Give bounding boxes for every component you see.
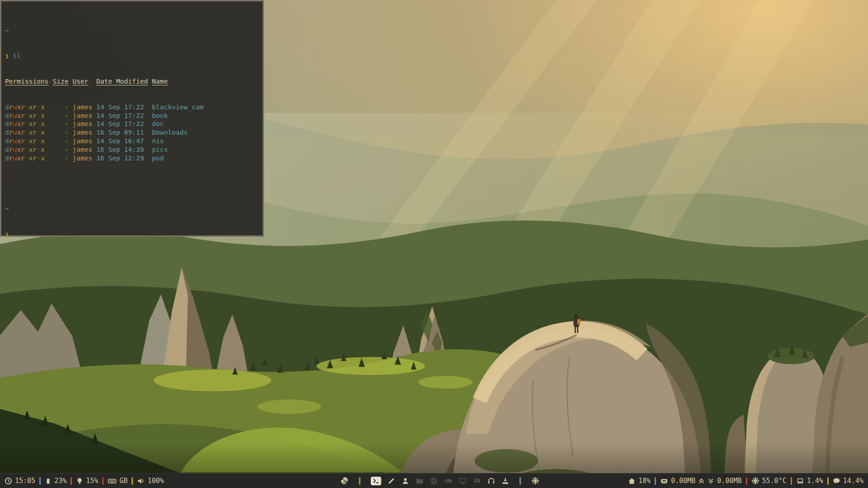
file-permissions: drwxr-xr-x — [5, 154, 49, 163]
chevrons-up-icon — [698, 477, 705, 485]
file-size: - — [52, 112, 68, 120]
separator — [39, 477, 41, 485]
file-size: - — [52, 154, 68, 163]
header-date-modified: Date Modified — [96, 77, 148, 86]
workspace-chat[interactable] — [473, 477, 481, 485]
workspace-download[interactable] — [501, 477, 509, 485]
prompt-command-line-2: ❯ — [5, 230, 258, 239]
bulb-module[interactable]: 15% — [76, 477, 98, 485]
file-permissions: drwxr-xr-x — [5, 112, 49, 120]
speech-bubble-module[interactable]: 14.4% — [833, 477, 863, 485]
prompt-command-line: ❯ll — [5, 52, 258, 61]
snowflake-icon — [751, 477, 760, 485]
file-row: drwxr-xr-x-james14 Sep 16:47nix — [5, 137, 258, 145]
file-date: 16 Sep 12:29 — [96, 154, 148, 163]
speech-bubble-value: 14.4% — [843, 477, 863, 485]
speaker-icon — [137, 477, 145, 485]
workspace-switcher — [340, 474, 539, 488]
network-module[interactable]: 0.00MB0.00MB — [660, 477, 741, 485]
home-icon — [628, 477, 636, 485]
file-row: drwxr-xr-x-james14 Sep 17:22doc — [5, 120, 258, 128]
header-permissions: Permissions — [5, 77, 49, 86]
file-name: pod — [152, 154, 258, 163]
workspace-folder[interactable] — [415, 477, 424, 485]
file-date: 14 Sep 16:47 — [96, 137, 148, 145]
file-size: - — [52, 128, 68, 137]
file-row: drwxr-xr-x-james14 Sep 17:22blackview_ca… — [5, 103, 258, 112]
file-size: - — [52, 120, 68, 128]
laptop-module[interactable]: 1.4% — [796, 477, 823, 485]
bulb-icon — [76, 477, 83, 485]
python-icon — [340, 477, 349, 485]
gamepad-icon — [444, 477, 453, 485]
workspace-pencil[interactable] — [387, 477, 395, 485]
status-right-modules: 18%0.00MB0.00MB55.0°C1.4%14.4% — [628, 477, 863, 485]
globe-icon — [430, 477, 438, 485]
monitor-icon — [459, 477, 467, 485]
keyboard-icon — [108, 477, 117, 485]
file-date: 16 Sep 14:39 — [96, 145, 148, 154]
file-row: drwxr-xr-x-james16 Sep 12:29pod — [5, 154, 258, 163]
workspace-monitor[interactable] — [459, 477, 467, 485]
listing-header: Permissions Size User Date Modified Name — [5, 77, 258, 86]
chat-icon — [473, 477, 481, 485]
file-row: drwxr-xr-x-james16 Sep 09:11Downloads — [5, 128, 258, 137]
file-name: pics — [152, 145, 258, 154]
snowflake-module[interactable]: 55.0°C — [751, 477, 787, 485]
file-user: james — [72, 137, 92, 145]
separator — [102, 477, 104, 485]
status-left-modules: 15:0523%15%GB100% — [5, 477, 164, 485]
bulb-value: 15% — [86, 477, 98, 485]
workspace-terminal[interactable] — [371, 477, 381, 485]
clock-module[interactable]: 15:05 — [5, 477, 35, 485]
file-size: - — [52, 137, 68, 145]
home-value: 18% — [638, 477, 651, 485]
snowflake-value: 55.0°C — [762, 477, 787, 485]
file-row: drwxr-xr-x-james14 Sep 17:22book — [5, 112, 258, 120]
keyboard-module[interactable]: GB — [108, 477, 127, 485]
file-user: james — [72, 154, 92, 163]
battery-module[interactable]: 23% — [45, 477, 66, 485]
workspace-globe[interactable] — [430, 477, 438, 485]
file-row: drwxr-xr-x-james16 Sep 14:39pics — [5, 145, 258, 154]
home-module[interactable]: 18% — [628, 477, 651, 485]
prompt-path-line: ~ — [5, 27, 258, 35]
snowflake-icon — [531, 477, 539, 485]
file-listing: drwxr-xr-x-james14 Sep 17:22blackview_ca… — [5, 103, 258, 163]
workspace-headphones[interactable] — [487, 477, 495, 485]
terminal-window[interactable]: ~ ❯ll Permissions Size User Date Modifie… — [0, 0, 264, 237]
workspace-gamepad[interactable] — [444, 477, 453, 485]
workspace-python[interactable] — [340, 477, 349, 485]
prompt-symbol: ❯ — [5, 52, 9, 60]
laptop-value: 1.4% — [807, 477, 823, 485]
speaker-module[interactable]: 100% — [137, 477, 164, 485]
file-date: 14 Sep 17:22 — [96, 103, 148, 112]
headphones-icon — [487, 477, 495, 485]
separator — [359, 477, 360, 485]
header-user: User — [72, 77, 92, 86]
command-text: ll — [13, 52, 21, 60]
workspace-user[interactable] — [401, 477, 409, 485]
separator — [71, 477, 72, 485]
battery-icon — [45, 477, 52, 485]
file-name: Downloads — [152, 128, 258, 137]
download-icon — [501, 477, 509, 485]
file-user: james — [72, 103, 92, 112]
file-permissions: drwxr-xr-x — [5, 120, 49, 128]
prompt-path-line-2: ~ — [5, 205, 258, 213]
status-bar: 15:0523%15%GB100% 18%0.00MB0.00MB55.0°C1… — [0, 473, 868, 488]
file-date: 16 Sep 09:11 — [96, 128, 148, 137]
file-date: 14 Sep 17:22 — [96, 120, 148, 128]
workspace-snowflake[interactable] — [531, 477, 539, 485]
file-permissions: drwxr-xr-x — [5, 128, 49, 137]
active-workspace-chip — [371, 477, 381, 485]
desktop: ~ ❯ll Permissions Size User Date Modifie… — [0, 0, 868, 488]
file-name: doc — [152, 120, 258, 128]
file-size: - — [52, 103, 68, 112]
file-permissions: drwxr-xr-x — [5, 137, 49, 145]
chevrons-down-icon — [708, 477, 714, 485]
separator — [655, 477, 656, 485]
prompt-cwd: ~ — [5, 27, 9, 34]
file-permissions: drwxr-xr-x — [5, 103, 49, 112]
network-icon — [660, 477, 668, 485]
